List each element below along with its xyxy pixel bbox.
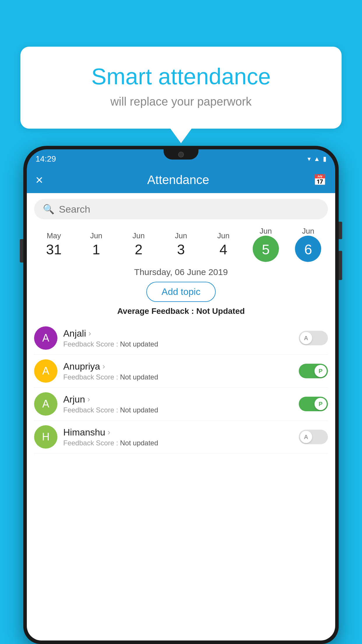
date-col-jun2[interactable]: Jun 2: [120, 231, 158, 258]
speech-bubble-container: Smart attendance will replace your paper…: [20, 47, 342, 129]
search-input[interactable]: [59, 204, 319, 215]
side-button-right-1: [339, 222, 342, 239]
attendance-toggle-arjun[interactable]: P: [299, 397, 328, 411]
chevron-icon: ›: [108, 428, 110, 437]
toggle-knob-anupriya: P: [314, 365, 327, 377]
date-col-jun6[interactable]: Jun 6: [289, 227, 327, 262]
avatar-anjali: A: [34, 326, 57, 350]
student-feedback-anupriya: Feedback Score : Not updated: [63, 373, 293, 381]
student-feedback-arjun: Feedback Score : Not updated: [63, 406, 293, 414]
toggle-arjun[interactable]: P: [299, 397, 328, 411]
camera: [178, 152, 184, 158]
student-feedback-anjali: Feedback Score : Not updated: [63, 340, 293, 348]
close-button[interactable]: ×: [36, 173, 43, 187]
signal-icon: ▲: [314, 155, 320, 163]
app-content: 🔍 May 31 Jun 1 Jun 2 Jun: [27, 193, 335, 640]
student-name-arjun: Arjun ›: [63, 394, 293, 405]
side-button-right-2: [339, 251, 342, 280]
avg-feedback-label: Average Feedback :: [117, 307, 196, 316]
student-name-anupriya: Anupriya ›: [63, 361, 293, 372]
toggle-knob-arjun: P: [314, 398, 327, 410]
student-item-anjali[interactable]: A Anjali › Feedback Score : Not updated …: [34, 322, 328, 355]
student-item-himanshu[interactable]: H Himanshu › Feedback Score : Not update…: [34, 421, 328, 454]
speech-bubble: Smart attendance will replace your paper…: [20, 47, 342, 129]
phone-notch: [164, 149, 198, 160]
wifi-icon: ▾: [307, 155, 311, 163]
attendance-toggle-himanshu[interactable]: A: [299, 430, 328, 444]
bubble-subtitle: will replace your paperwork: [44, 95, 318, 108]
student-info-anupriya: Anupriya › Feedback Score : Not updated: [63, 361, 293, 381]
date-row: May 31 Jun 1 Jun 2 Jun 3 Jun 4: [27, 224, 335, 262]
search-icon: 🔍: [43, 204, 55, 215]
student-name-himanshu: Himanshu ›: [63, 427, 293, 438]
date-col-jun5[interactable]: Jun 5: [247, 227, 285, 262]
student-info-himanshu: Himanshu › Feedback Score : Not updated: [63, 427, 293, 447]
bubble-title: Smart attendance: [44, 64, 318, 89]
search-bar[interactable]: 🔍: [34, 199, 328, 219]
battery-icon: ▮: [323, 155, 326, 163]
calendar-icon[interactable]: 📅: [313, 174, 326, 186]
date-col-jun4[interactable]: Jun 4: [204, 231, 242, 258]
add-topic-button[interactable]: Add topic: [146, 282, 215, 302]
avg-feedback: Average Feedback : Not Updated: [27, 307, 335, 316]
attendance-toggle-anjali[interactable]: A: [299, 331, 328, 345]
avatar-anupriya: A: [34, 359, 57, 383]
toggle-himanshu[interactable]: A: [299, 430, 328, 444]
side-button-left: [20, 239, 23, 262]
chevron-icon: ›: [88, 329, 91, 338]
student-list: A Anjali › Feedback Score : Not updated …: [27, 322, 335, 454]
student-info-arjun: Arjun › Feedback Score : Not updated: [63, 394, 293, 414]
avatar-arjun: A: [34, 392, 57, 416]
avg-feedback-value: Not Updated: [196, 307, 245, 316]
date-col-jun3[interactable]: Jun 3: [162, 231, 200, 258]
phone-screen: 14:29 ▾ ▲ ▮ × Attendance 📅 🔍 May: [27, 149, 335, 640]
chevron-icon: ›: [87, 395, 90, 404]
toggle-knob-himanshu: A: [300, 431, 312, 443]
toggle-anjali[interactable]: A: [299, 331, 328, 345]
selected-date-label: Thursday, 06 June 2019: [27, 267, 335, 277]
student-name-anjali: Anjali ›: [63, 328, 293, 339]
attendance-toggle-anupriya[interactable]: P: [299, 364, 328, 378]
chevron-icon: ›: [102, 362, 105, 371]
status-icons: ▾ ▲ ▮: [307, 155, 326, 163]
toggle-knob-anjali: A: [300, 332, 312, 344]
avatar-himanshu: H: [34, 425, 57, 449]
student-item-arjun[interactable]: A Arjun › Feedback Score : Not updated P: [34, 388, 328, 421]
date-col-jun1[interactable]: Jun 1: [77, 231, 115, 258]
date-col-may31[interactable]: May 31: [35, 231, 73, 258]
toggle-anupriya[interactable]: P: [299, 364, 328, 378]
phone-frame: 14:29 ▾ ▲ ▮ × Attendance 📅 🔍 May: [23, 146, 339, 644]
student-item-anupriya[interactable]: A Anupriya › Feedback Score : Not update…: [34, 355, 328, 388]
status-time: 14:29: [36, 154, 56, 164]
app-header: × Attendance 📅: [27, 167, 335, 193]
student-feedback-himanshu: Feedback Score : Not updated: [63, 439, 293, 447]
student-info-anjali: Anjali › Feedback Score : Not updated: [63, 328, 293, 348]
app-title: Attendance: [147, 173, 209, 187]
